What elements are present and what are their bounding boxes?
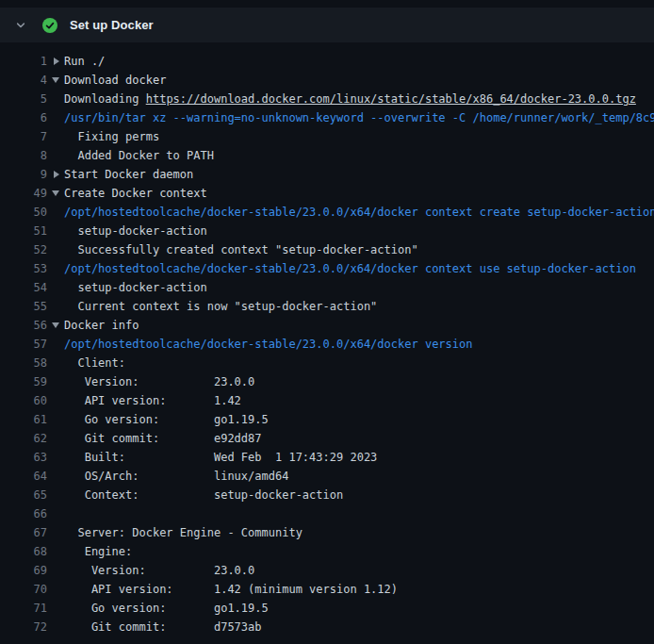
line-number[interactable]: 72 [0, 618, 47, 636]
line-number[interactable]: 9 [0, 165, 47, 184]
log-line: 52 Successfully created context "setup-d… [0, 240, 654, 259]
line-content: Download docker [64, 71, 654, 90]
log-text: setup-docker-action [64, 281, 207, 294]
line-number[interactable]: 63 [0, 448, 47, 467]
log-line: 64 OS/Arch: linux/amd64 [0, 467, 654, 486]
log-line[interactable]: 56 Docker info [0, 316, 654, 335]
log-line: 54 setup-docker-action [0, 278, 654, 297]
line-content: Successfully created context "setup-dock… [64, 240, 654, 259]
chevron-down-icon[interactable] [15, 20, 26, 31]
log-line: 51 setup-docker-action [0, 222, 654, 240]
log-text: Start Docker daemon [64, 168, 193, 181]
log-text: Git commit: e92dd87 [64, 432, 262, 445]
log-text: Go version: go1.19.5 [64, 602, 269, 615]
log-text: Download docker [64, 74, 166, 87]
line-number[interactable]: 8 [0, 146, 47, 165]
line-content: Fixing perms [64, 127, 654, 146]
log-text: API version: 1.42 [64, 394, 241, 407]
log-line: 70 API version: 1.42 (minimum version 1.… [0, 580, 654, 599]
log-line: 6 /usr/bin/tar xz --warning=no-unknown-k… [0, 108, 654, 127]
line-number[interactable]: 61 [0, 410, 47, 429]
line-number[interactable]: 49 [0, 184, 47, 203]
line-number[interactable]: 51 [0, 222, 47, 240]
line-content: /usr/bin/tar xz --warning=no-unknown-key… [64, 108, 654, 127]
log-text: Fixing perms [64, 130, 159, 143]
line-number[interactable]: 52 [0, 240, 47, 259]
log-text: /opt/hostedtoolcache/docker-stable/23.0.… [64, 338, 472, 351]
line-number[interactable]: 59 [0, 372, 47, 391]
line-number[interactable]: 60 [0, 391, 47, 410]
line-number[interactable]: 57 [0, 335, 47, 354]
line-number[interactable]: 70 [0, 580, 47, 599]
chevron-down-icon[interactable] [52, 190, 59, 196]
line-number[interactable]: 7 [0, 127, 47, 146]
log-line: 50 /opt/hostedtoolcache/docker-stable/23… [0, 203, 654, 222]
line-content: setup-docker-action [64, 278, 654, 297]
line-content: Start Docker daemon [64, 165, 654, 184]
log-text: Go version: go1.19.5 [64, 413, 269, 426]
log-text: OS/Arch: linux/amd64 [64, 470, 288, 483]
log-line: 7 Fixing perms [0, 127, 654, 146]
step-header[interactable]: Set up Docker [0, 8, 654, 42]
chevron-down-icon[interactable] [52, 77, 59, 83]
line-content: Go version: go1.19.5 [64, 599, 654, 618]
line-content: Git commit: e92dd87 [64, 429, 654, 448]
log-text: Built: Wed Feb 1 17:43:29 2023 [64, 451, 377, 464]
log-text: setup-docker-action [64, 224, 207, 238]
log-line: 69 Version: 23.0.0 [0, 561, 654, 580]
log-line: 63 Built: Wed Feb 1 17:43:29 2023 [0, 448, 654, 467]
log-text: Create Docker context [64, 187, 207, 200]
line-number[interactable]: 56 [0, 316, 47, 335]
log-link[interactable]: https://download.docker.com/linux/static… [146, 92, 636, 106]
step-title: Set up Docker [70, 18, 154, 32]
line-content: Downloading https://download.docker.com/… [64, 90, 654, 108]
log-lines: 1 Run ./ 4 Download docker 5 Downloading… [0, 42, 654, 636]
line-number[interactable]: 54 [0, 278, 47, 297]
line-number[interactable]: 68 [0, 542, 47, 561]
log-line: 55 Current context is now "setup-docker-… [0, 297, 654, 316]
line-number[interactable]: 50 [0, 203, 47, 222]
line-number[interactable]: 67 [0, 523, 47, 542]
log-text: Successfully created context "setup-dock… [64, 243, 418, 256]
line-content: Go version: go1.19.5 [64, 410, 654, 429]
line-content: setup-docker-action [64, 222, 654, 240]
log-line[interactable]: 1 Run ./ [0, 52, 654, 71]
line-content: Run ./ [64, 52, 654, 71]
log-text: Added Docker to PATH [64, 149, 214, 162]
success-check-icon [42, 18, 57, 33]
line-number[interactable]: 71 [0, 599, 47, 618]
log-text: /opt/hostedtoolcache/docker-stable/23.0.… [64, 262, 636, 275]
line-content: /opt/hostedtoolcache/docker-stable/23.0.… [64, 335, 654, 354]
line-number[interactable]: 58 [0, 354, 47, 372]
line-number[interactable]: 1 [0, 52, 47, 71]
log-text: Git commit: d7573ab [64, 620, 262, 634]
log-text: Downloading [64, 92, 146, 106]
log-line: 66 [0, 504, 654, 523]
line-number[interactable]: 65 [0, 486, 47, 504]
log-line[interactable]: 49 Create Docker context [0, 184, 654, 203]
log-line[interactable]: 9 Start Docker daemon [0, 165, 654, 184]
line-content: Built: Wed Feb 1 17:43:29 2023 [64, 448, 654, 467]
line-number[interactable]: 53 [0, 259, 47, 278]
line-number[interactable]: 62 [0, 429, 47, 448]
line-number[interactable]: 6 [0, 108, 47, 127]
log-line: 72 Git commit: d7573ab [0, 618, 654, 636]
log-line[interactable]: 4 Download docker [0, 71, 654, 90]
log-line: 58 Client: [0, 354, 654, 372]
log-text: Context: setup-docker-action [64, 488, 343, 502]
log-text: Client: [64, 356, 125, 370]
line-number[interactable]: 69 [0, 561, 47, 580]
line-number[interactable]: 64 [0, 467, 47, 486]
line-content: Context: setup-docker-action [64, 486, 654, 504]
line-number[interactable]: 4 [0, 71, 47, 90]
log-line: 67 Server: Docker Engine - Community [0, 523, 654, 542]
chevron-right-icon[interactable] [54, 58, 59, 65]
line-content: Server: Docker Engine - Community [64, 523, 654, 542]
log-line: 57 /opt/hostedtoolcache/docker-stable/23… [0, 335, 654, 354]
chevron-down-icon[interactable] [52, 322, 59, 328]
line-number[interactable]: 5 [0, 90, 47, 108]
chevron-right-icon[interactable] [54, 171, 59, 178]
log-line: 71 Go version: go1.19.5 [0, 599, 654, 618]
line-number[interactable]: 55 [0, 297, 47, 316]
line-number[interactable]: 66 [0, 504, 47, 523]
